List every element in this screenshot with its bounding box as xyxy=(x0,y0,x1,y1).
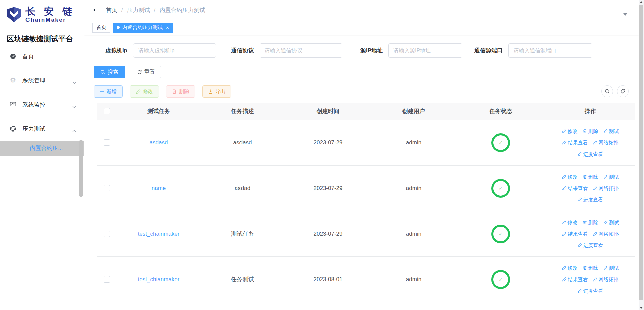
vm-ip-input[interactable] xyxy=(133,43,216,58)
action-link[interactable]: 网络拓扑 xyxy=(593,231,619,237)
logo: 长 安 链 ChainMaker xyxy=(5,6,75,23)
edit-icon xyxy=(562,266,566,270)
select-all-checkbox[interactable] xyxy=(104,108,110,114)
sidebar: 长 安 链 ChainMaker 区块链敏捷测试平台 首页 ⚙ 系统管理 系统监… xyxy=(0,0,84,310)
action-link[interactable]: 修改 xyxy=(562,220,578,225)
edit-icon xyxy=(603,129,608,133)
breadcrumb-separator: / xyxy=(154,7,156,13)
scroll-down-arrow-icon[interactable] xyxy=(640,307,643,309)
reset-button[interactable]: 重置 xyxy=(131,66,161,78)
add-button[interactable]: 新增 xyxy=(94,85,123,98)
task-name-link[interactable]: test_chianmaker xyxy=(138,276,180,283)
action-link[interactable]: 结果查看 xyxy=(562,231,588,237)
export-button[interactable]: 导出 xyxy=(202,85,231,98)
task-name-link[interactable]: asdasd xyxy=(150,139,168,146)
delete-button-label: 删除 xyxy=(179,88,189,95)
filter-protocol: 通信协议 xyxy=(223,43,342,58)
modify-button[interactable]: 修改 xyxy=(130,85,159,98)
action-link[interactable]: 网络拓扑 xyxy=(593,140,619,145)
action-link[interactable]: 删除 xyxy=(583,220,598,225)
scroll-up-arrow-icon[interactable] xyxy=(640,1,643,3)
tab-home[interactable]: 首页 xyxy=(92,23,110,33)
action-link[interactable]: 进度查看 xyxy=(578,288,603,294)
window-scrollbar[interactable] xyxy=(639,0,644,310)
edit-icon xyxy=(578,152,582,156)
action-link[interactable]: 结果查看 xyxy=(562,276,588,282)
sidebar-menu: 首页 ⚙ 系统管理 系统监控 压力测试 内置 xyxy=(0,44,84,156)
chevron-down-icon xyxy=(72,79,76,82)
task-name-link[interactable]: name xyxy=(152,185,166,192)
protocol-input[interactable] xyxy=(260,43,342,58)
filter-form: 虚拟机ip 通信协议 源IP地址 通信源端口 xyxy=(94,43,599,58)
edit-icon xyxy=(603,266,608,270)
tags-view-bar: 首页 内置合约压力测试 × xyxy=(84,20,639,35)
action-link[interactable]: 测试 xyxy=(603,174,619,180)
action-link[interactable]: 删除 xyxy=(583,174,598,180)
created-time: 2023-08-01 xyxy=(284,276,372,283)
edit-icon xyxy=(562,232,567,236)
tab-close-icon[interactable]: × xyxy=(166,25,169,30)
plus-icon xyxy=(100,89,104,94)
edit-icon xyxy=(593,277,597,282)
row-checkbox[interactable] xyxy=(104,276,110,283)
check-icon: ✓ xyxy=(499,140,503,146)
table-body: asdasd asdasd 2023-07-29 admin ✓ 修改删除测试结… xyxy=(97,120,635,310)
refresh-icon xyxy=(620,89,625,94)
edit-icon xyxy=(578,289,582,293)
filter-source-port: 通信源端口 xyxy=(469,43,592,58)
row-checkbox[interactable] xyxy=(104,231,110,237)
action-link[interactable]: 修改 xyxy=(562,174,578,180)
edit-icon xyxy=(562,186,567,190)
sidebar-subitem-builtin-contract-stress[interactable]: 内置合约压... xyxy=(0,141,84,156)
action-link[interactable]: 测试 xyxy=(603,128,619,134)
action-link[interactable]: 删除 xyxy=(583,265,598,271)
export-button-label: 导出 xyxy=(215,88,225,95)
row-checkbox[interactable] xyxy=(104,139,110,146)
chevron-down-icon xyxy=(72,103,76,106)
tab-builtin-contract-stress[interactable]: 内置合约压力测试 × xyxy=(113,23,173,33)
show-search-button[interactable] xyxy=(601,85,613,97)
row-checkbox[interactable] xyxy=(104,185,110,191)
action-link[interactable]: 修改 xyxy=(562,265,578,271)
refresh-table-button[interactable] xyxy=(617,85,629,97)
source-port-input[interactable] xyxy=(508,43,592,58)
search-button[interactable]: 搜索 xyxy=(94,66,125,78)
breadcrumb-stress-test: 压力测试 xyxy=(127,6,150,14)
delete-icon xyxy=(583,266,587,270)
action-link[interactable]: 修改 xyxy=(562,128,578,134)
action-link[interactable]: 进度查看 xyxy=(578,151,603,157)
status-success-icon: ✓ xyxy=(491,179,510,198)
created-user: admin xyxy=(372,139,455,146)
action-link[interactable]: 测试 xyxy=(603,265,619,271)
breadcrumb-home[interactable]: 首页 xyxy=(106,6,117,14)
action-link[interactable]: 测试 xyxy=(603,220,619,225)
action-link[interactable]: 结果查看 xyxy=(562,185,588,191)
edit-icon xyxy=(578,243,582,247)
filter-vm-ip: 虚拟机ip xyxy=(94,43,216,58)
sidebar-scrollbar-thumb[interactable] xyxy=(79,140,83,197)
edit-icon xyxy=(562,129,566,133)
action-link[interactable]: 网络拓扑 xyxy=(593,276,619,282)
action-link[interactable]: 结果查看 xyxy=(562,140,588,145)
action-link[interactable]: 网络拓扑 xyxy=(593,185,619,191)
tabs-dropdown-caret-icon[interactable] xyxy=(623,13,627,16)
delete-button[interactable]: 删除 xyxy=(166,85,195,98)
sidebar-item-home[interactable]: 首页 xyxy=(0,44,84,68)
sidebar-item-label: 系统监控 xyxy=(22,101,45,109)
action-link[interactable]: 进度查看 xyxy=(578,242,603,248)
action-link[interactable]: 进度查看 xyxy=(578,197,603,202)
action-link[interactable]: 删除 xyxy=(583,128,598,134)
sidebar-item-system-monitor[interactable]: 系统监控 xyxy=(0,92,84,117)
source-ip-input[interactable] xyxy=(388,43,462,58)
task-name-link[interactable]: test_chainmaker xyxy=(138,231,180,237)
table-row: ✓ 修改删除测试结果查看网络拓扑进度查看 xyxy=(97,302,635,310)
scrollbar-thumb[interactable] xyxy=(639,5,643,300)
source-port-label: 通信源端口 xyxy=(469,47,503,54)
sidebar-item-system-admin[interactable]: ⚙ 系统管理 xyxy=(0,68,84,92)
sidebar-collapse-icon[interactable] xyxy=(88,7,95,13)
edit-icon xyxy=(562,175,566,179)
right-mini-toolbar xyxy=(601,85,629,97)
download-icon xyxy=(208,89,213,94)
sidebar-item-stress-test[interactable]: 压力测试 xyxy=(0,117,84,141)
edit-icon xyxy=(562,220,566,225)
